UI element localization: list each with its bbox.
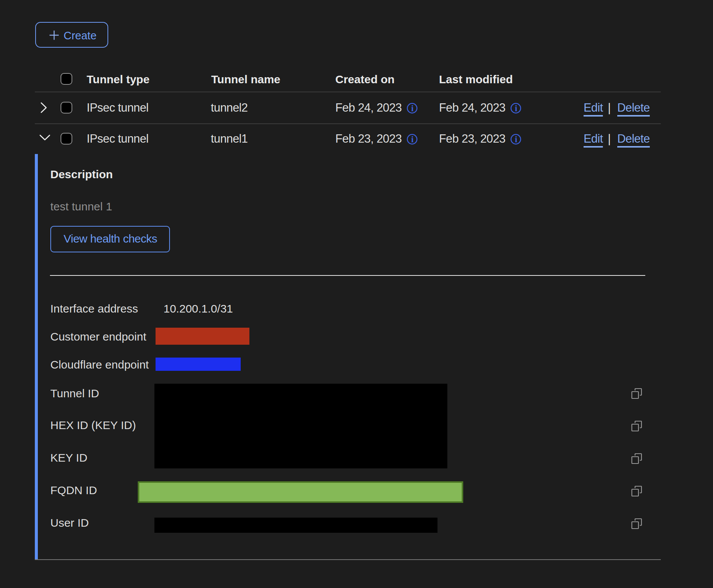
svg-text:i: i <box>411 103 414 113</box>
svg-text:i: i <box>515 134 517 144</box>
svg-text:i: i <box>515 103 517 113</box>
svg-text:i: i <box>411 134 414 144</box>
